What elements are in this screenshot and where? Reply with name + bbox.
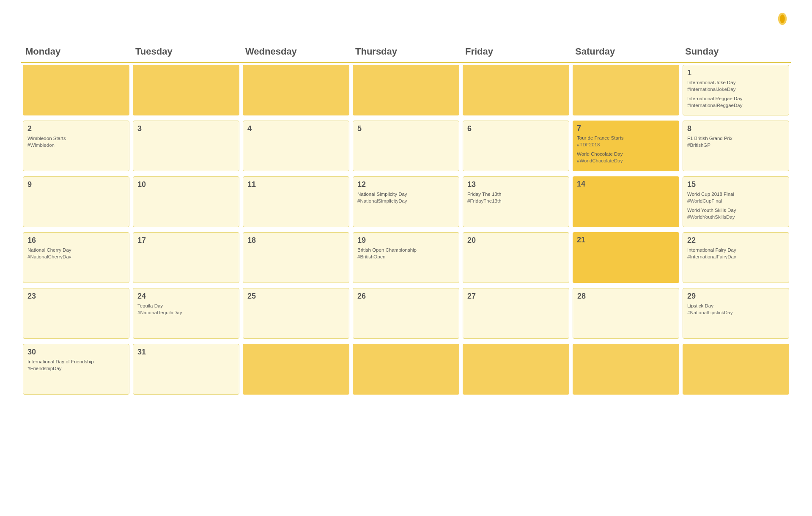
calendar-cell: 8F1 British Grand Prix#BritishGP: [681, 119, 791, 173]
calendar-cell: [461, 63, 571, 117]
cell-inner: [683, 344, 789, 395]
cell-day-number: 4: [247, 124, 345, 133]
calendar-cell: [571, 63, 681, 117]
cell-day-number: 10: [137, 180, 235, 189]
cell-day-number: 25: [247, 292, 345, 301]
cell-inner: 26: [353, 288, 459, 339]
cell-event-0: British Open Championship#BritishOpen: [357, 247, 455, 260]
cell-inner: 16National Cherry Day#NationalCherryDay: [23, 232, 129, 283]
cell-event-0: World Cup 2018 Final#WorldCupFinal: [687, 191, 785, 204]
cell-day-number: 17: [137, 236, 235, 245]
calendar-week-4: 2324Tequila Day#NationalTequilaDay252627…: [21, 286, 791, 340]
calendar-week-3: 16National Cherry Day#NationalCherryDay1…: [21, 231, 791, 285]
cell-event-0: Tour de France Starts#TDF2018: [577, 134, 675, 148]
cell-inner: [133, 65, 239, 115]
cell-event-1: World Youth Skills Day#WorldYouthSkillsD…: [687, 207, 785, 220]
calendar-cell: 26: [351, 286, 461, 340]
cell-day-number: 29: [687, 292, 785, 301]
calendar-week-0: 1International Joke Day#InternationalJok…: [21, 63, 791, 117]
cell-day-number: 19: [357, 236, 455, 245]
calendar-cell: 14: [571, 175, 681, 229]
cell-event-0: Lipstick Day#NationalLipstickDay: [687, 302, 785, 316]
cell-day-number: 18: [247, 236, 345, 245]
cell-day-number: 12: [357, 180, 455, 189]
day-header-thursday: Thursday: [351, 43, 461, 63]
cell-inner: 2Wimbledon Starts#Wimbledon: [23, 121, 129, 171]
cell-inner: 3: [133, 121, 239, 171]
brand-block: [774, 13, 791, 34]
calendar-cell: 16National Cherry Day#NationalCherryDay: [21, 231, 131, 285]
cell-day-number: 14: [577, 180, 675, 189]
cell-day-number: 8: [687, 124, 785, 133]
calendar-cell: 9: [21, 175, 131, 229]
calendar-cell: 27: [461, 286, 571, 340]
cell-day-number: 7: [577, 124, 675, 133]
cell-inner: [573, 344, 679, 395]
day-header-saturday: Saturday: [571, 43, 681, 63]
cell-event-0: F1 British Grand Prix#BritishGP: [687, 135, 785, 148]
cell-day-number: 13: [467, 180, 565, 189]
day-header-sunday: Sunday: [681, 43, 791, 63]
cell-inner: 21: [573, 232, 679, 283]
calendar-cell: 22International Fairy Day#InternationalF…: [681, 231, 791, 285]
calendar-table: MondayTuesdayWednesdayThursdayFridaySatu…: [21, 43, 791, 396]
cell-day-number: 26: [357, 292, 455, 301]
calendar-cell: 5: [351, 119, 461, 173]
calendar-cell: [131, 63, 241, 117]
cell-day-number: 23: [27, 292, 125, 301]
calendar-cell: 13Friday The 13th#FridayThe13th: [461, 175, 571, 229]
cell-inner: 29Lipstick Day#NationalLipstickDay: [683, 288, 789, 339]
cell-day-number: 24: [137, 292, 235, 301]
calendar-cell: 31: [131, 342, 241, 396]
calendar-cell: [351, 342, 461, 396]
calendar-cell: 30International Day of Friendship#Friend…: [21, 342, 131, 396]
cell-inner: 4: [243, 121, 349, 171]
calendar-cell: 24Tequila Day#NationalTequilaDay: [131, 286, 241, 340]
cell-inner: 27: [463, 288, 569, 339]
calendar-cell: 25: [241, 286, 351, 340]
calendar-cell: [681, 342, 791, 396]
calendar-cell: 15World Cup 2018 Final#WorldCupFinalWorl…: [681, 175, 791, 229]
cell-inner: 24Tequila Day#NationalTequilaDay: [133, 288, 239, 339]
calendar-cell: [241, 342, 351, 396]
cell-day-number: 21: [577, 236, 675, 244]
cell-inner: [353, 344, 459, 395]
calendar-cell: [461, 342, 571, 396]
cell-event-1: World Chocolate Day#WorldChocolateDay: [577, 151, 675, 164]
cell-inner: [243, 65, 349, 115]
cell-day-number: 20: [467, 236, 565, 245]
cell-day-number: 5: [357, 124, 455, 133]
calendar-cell: 29Lipstick Day#NationalLipstickDay: [681, 286, 791, 340]
cell-inner: [353, 65, 459, 115]
day-header-wednesday: Wednesday: [241, 43, 351, 63]
calendar-week-5: 30International Day of Friendship#Friend…: [21, 342, 791, 396]
cell-day-number: 9: [27, 180, 125, 189]
cell-day-number: 3: [137, 124, 235, 133]
calendar-week-1: 2Wimbledon Starts#Wimbledon34567Tour de …: [21, 119, 791, 173]
cell-inner: 11: [243, 176, 349, 227]
calendar-cell: [351, 63, 461, 117]
cell-inner: 31: [133, 344, 239, 395]
calendar-cell: 7Tour de France Starts#TDF2018World Choc…: [571, 119, 681, 173]
cell-inner: 23: [23, 288, 129, 339]
cell-inner: 20: [463, 232, 569, 283]
cell-inner: 6: [463, 121, 569, 171]
day-header-friday: Friday: [461, 43, 571, 63]
page-header: [21, 13, 791, 34]
calendar-cell: 6: [461, 119, 571, 173]
cell-inner: 18: [243, 232, 349, 283]
cell-day-number: 27: [467, 292, 565, 301]
cell-day-number: 22: [687, 236, 785, 245]
cell-inner: 9: [23, 176, 129, 227]
cell-inner: 19British Open Championship#BritishOpen: [353, 232, 459, 283]
calendar-cell: 3: [131, 119, 241, 173]
cell-day-number: 6: [467, 124, 565, 133]
cell-event-0: Wimbledon Starts#Wimbledon: [27, 135, 125, 148]
calendar-cell: 4: [241, 119, 351, 173]
calendar-cell: 28: [571, 286, 681, 340]
cell-inner: [463, 344, 569, 395]
cell-inner: 10: [133, 176, 239, 227]
cell-day-number: 11: [247, 180, 345, 189]
cell-inner: 15World Cup 2018 Final#WorldCupFinalWorl…: [683, 176, 789, 227]
cell-day-number: 28: [577, 292, 675, 301]
